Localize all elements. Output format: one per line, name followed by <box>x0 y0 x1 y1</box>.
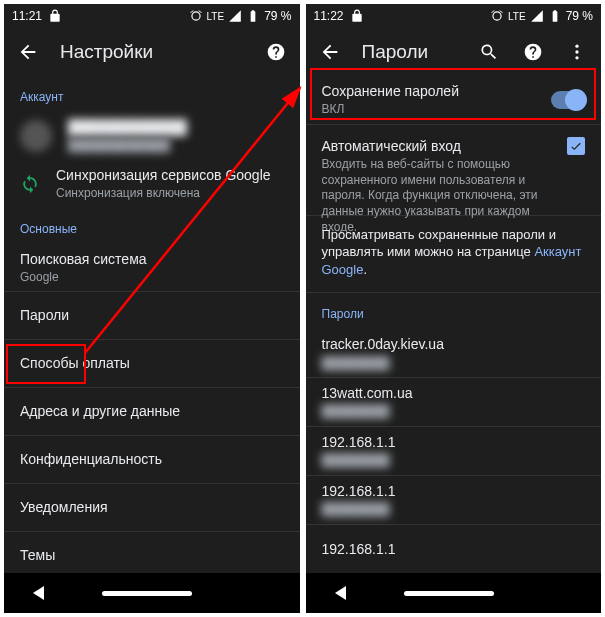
nav-home[interactable] <box>404 591 494 596</box>
pw-site: 192.168.1.1 <box>322 433 586 451</box>
passwords-label: Пароли <box>20 306 284 324</box>
section-passwords: Пароли <box>306 293 602 329</box>
pw-site-row[interactable]: 192.168.1.1 ████████ <box>306 476 602 525</box>
avatar <box>20 120 52 152</box>
payment-label: Способы оплаты <box>20 354 284 372</box>
search-button[interactable] <box>477 40 501 64</box>
alarm-icon <box>189 9 203 23</box>
privacy-label: Конфиденциальность <box>20 450 284 468</box>
row-notifications[interactable]: Уведомления <box>4 484 300 532</box>
status-bar: 11:21 LTE 79 % <box>4 4 300 28</box>
battery-icon <box>548 9 562 23</box>
phone-right: 11:22 LTE 79 % Пароли Сохранение парол <box>306 4 602 613</box>
nav-bar <box>4 573 300 613</box>
svg-point-2 <box>575 56 578 59</box>
page-title: Пароли <box>362 41 458 63</box>
nav-back[interactable] <box>33 586 44 600</box>
row-save-passwords[interactable]: Сохранение паролей ВКЛ <box>306 76 602 125</box>
sync-sub: Синхронизация включена <box>56 186 284 202</box>
save-pw-sub: ВКЛ <box>322 102 536 118</box>
pw-site: 13watt.com.ua <box>322 384 586 402</box>
status-time: 11:22 <box>314 9 344 23</box>
pw-site-row[interactable]: 13watt.com.ua ████████ <box>306 378 602 427</box>
pw-site-row[interactable]: 192.168.1.1 ████████ <box>306 427 602 476</box>
pw-site: 192.168.1.1 <box>322 482 586 500</box>
pw-site-row[interactable]: 192.168.1.1 <box>306 525 602 573</box>
signal-icon <box>228 9 242 23</box>
account-row[interactable]: ████████████ ████████████ <box>4 112 300 160</box>
svg-point-1 <box>575 50 578 53</box>
help-button[interactable] <box>521 40 545 64</box>
status-bar: 11:22 LTE 79 % <box>306 4 602 28</box>
status-battery: 79 % <box>264 9 291 23</box>
page-title: Настройки <box>60 41 244 63</box>
row-passwords[interactable]: Пароли <box>4 292 300 340</box>
row-payment[interactable]: Способы оплаты <box>4 340 300 388</box>
save-pw-toggle[interactable] <box>551 91 585 109</box>
alarm-icon <box>490 9 504 23</box>
pw-site: 192.168.1.1 <box>322 540 586 558</box>
help-icon <box>266 42 286 62</box>
addresses-label: Адреса и другие данные <box>20 402 284 420</box>
status-lte: LTE <box>207 11 225 22</box>
pw-user: ████████ <box>322 404 586 420</box>
status-lte: LTE <box>508 11 526 22</box>
settings-content: Аккаунт ████████████ ████████████ Синхро… <box>4 76 300 573</box>
account-name: ████████████ <box>68 118 284 136</box>
svg-point-0 <box>575 45 578 48</box>
pw-user: ████████ <box>322 356 586 372</box>
search-engine-sub: Google <box>20 270 284 286</box>
search-icon <box>479 42 499 62</box>
pw-site: tracker.0day.kiev.ua <box>322 335 586 353</box>
nav-home[interactable] <box>102 591 192 596</box>
notifications-label: Уведомления <box>20 498 284 516</box>
section-main: Основные <box>4 208 300 244</box>
signal-icon <box>530 9 544 23</box>
auto-login-title: Автоматический вход <box>322 137 552 155</box>
check-icon <box>569 139 583 153</box>
pw-user: ████████ <box>322 453 586 469</box>
app-bar: Пароли <box>306 28 602 76</box>
save-pw-title: Сохранение паролей <box>322 82 536 100</box>
sync-row[interactable]: Синхронизация сервисов Google Синхрониза… <box>4 160 300 208</box>
view-saved-text: Просматривать сохраненные пароли и управ… <box>322 227 556 260</box>
more-button[interactable] <box>565 40 589 64</box>
battery-icon <box>246 9 260 23</box>
row-auto-login[interactable]: Автоматический вход Входить на веб-сайты… <box>306 125 602 216</box>
sync-icon <box>20 174 40 194</box>
lock-icon <box>350 9 364 23</box>
search-engine-title: Поисковая система <box>20 250 284 268</box>
arrow-back-icon <box>17 41 39 63</box>
row-privacy[interactable]: Конфиденциальность <box>4 436 300 484</box>
app-bar: Настройки <box>4 28 300 76</box>
phone-left: 11:21 LTE 79 % Настройки Аккаунт ███████… <box>4 4 300 613</box>
status-time: 11:21 <box>12 9 42 23</box>
help-button[interactable] <box>264 40 288 64</box>
row-themes[interactable]: Темы <box>4 532 300 573</box>
back-button[interactable] <box>16 40 40 64</box>
lock-icon <box>48 9 62 23</box>
section-account: Аккаунт <box>4 76 300 112</box>
help-icon <box>523 42 543 62</box>
row-search-engine[interactable]: Поисковая система Google <box>4 244 300 292</box>
sync-title: Синхронизация сервисов Google <box>56 166 284 184</box>
more-vert-icon <box>567 42 587 62</box>
themes-label: Темы <box>20 546 284 564</box>
auto-login-checkbox[interactable] <box>567 137 585 155</box>
arrow-back-icon <box>319 41 341 63</box>
nav-bar <box>306 573 602 613</box>
pw-site-row[interactable]: tracker.0day.kiev.ua ████████ <box>306 329 602 378</box>
pw-user: ████████ <box>322 502 586 518</box>
passwords-content: Сохранение паролей ВКЛ Автоматический вх… <box>306 76 602 573</box>
nav-back[interactable] <box>335 586 346 600</box>
row-addresses[interactable]: Адреса и другие данные <box>4 388 300 436</box>
view-saved-block: Просматривать сохраненные пароли и управ… <box>306 216 602 294</box>
back-button[interactable] <box>318 40 342 64</box>
status-battery: 79 % <box>566 9 593 23</box>
account-email: ████████████ <box>68 138 284 154</box>
